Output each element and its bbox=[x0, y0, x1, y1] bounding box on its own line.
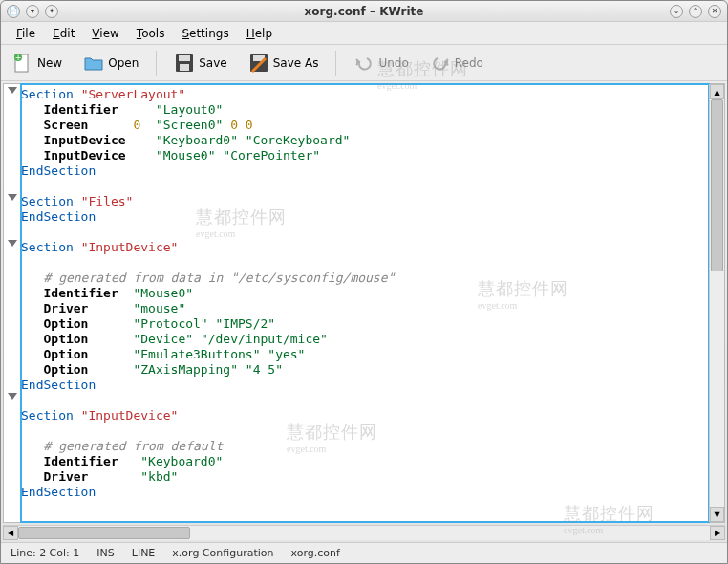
saveas-button[interactable]: Save As bbox=[245, 50, 323, 76]
scroll-thumb[interactable] bbox=[18, 527, 190, 539]
svg-rect-4 bbox=[179, 55, 190, 61]
scroll-left-button[interactable]: ◀ bbox=[3, 526, 18, 540]
vertical-scrollbar[interactable]: ▲ ▼ bbox=[709, 84, 724, 522]
close-button[interactable]: ✕ bbox=[708, 5, 721, 18]
fold-marker-icon[interactable] bbox=[8, 87, 17, 94]
status-file: xorg.conf bbox=[290, 547, 339, 559]
scroll-thumb[interactable] bbox=[711, 99, 723, 271]
separator bbox=[156, 51, 157, 76]
main-window: 📄 ▾ ✦ xorg.conf – KWrite ⌄ ⌃ ✕ File Edit… bbox=[0, 0, 728, 564]
fold-marker-icon[interactable] bbox=[8, 194, 17, 201]
menu-edit[interactable]: Edit bbox=[45, 24, 82, 43]
scroll-track[interactable] bbox=[18, 526, 710, 540]
status-syntax: x.org Configuration bbox=[172, 547, 273, 559]
new-button[interactable]: + New bbox=[9, 50, 66, 76]
window-title: xorg.conf – KWrite bbox=[58, 5, 670, 18]
new-label: New bbox=[37, 56, 62, 70]
redo-label: Redo bbox=[455, 56, 483, 70]
scroll-right-button[interactable]: ▶ bbox=[710, 526, 725, 540]
editor-area: Section "ServerLayout" Identifier "Layou… bbox=[3, 83, 725, 523]
undo-label: Undo bbox=[378, 56, 408, 70]
new-icon: + bbox=[12, 53, 33, 74]
menu-settings[interactable]: Settings bbox=[174, 24, 236, 43]
fold-marker-icon[interactable] bbox=[8, 240, 17, 247]
open-label: Open bbox=[108, 56, 139, 70]
open-icon bbox=[83, 53, 104, 74]
menubar: File Edit View Tools Settings Help bbox=[1, 22, 727, 45]
horizontal-scrollbar[interactable]: ◀ ▶ bbox=[3, 525, 725, 540]
maximize-button[interactable]: ⌃ bbox=[689, 5, 702, 18]
toolbar: + New Open Save Save As Undo Redo bbox=[1, 45, 727, 81]
status-mode: LINE bbox=[132, 547, 156, 559]
save-icon bbox=[174, 53, 195, 74]
app-icon[interactable]: 📄 bbox=[7, 5, 20, 18]
redo-button[interactable]: Redo bbox=[426, 50, 487, 76]
minimize-button[interactable]: ⌄ bbox=[670, 5, 683, 18]
redo-icon bbox=[430, 53, 451, 74]
scroll-up-button[interactable]: ▲ bbox=[710, 84, 724, 99]
undo-button[interactable]: Undo bbox=[350, 50, 412, 76]
svg-rect-5 bbox=[180, 64, 189, 71]
save-label: Save bbox=[199, 56, 226, 70]
pin-icon[interactable]: ✦ bbox=[45, 5, 58, 18]
fold-marker-icon[interactable] bbox=[8, 393, 17, 400]
statusbar: Line: 2 Col: 1 INS LINE x.org Configurat… bbox=[1, 542, 727, 563]
status-linecol: Line: 2 Col: 1 bbox=[11, 547, 79, 559]
menu-icon[interactable]: ▾ bbox=[26, 5, 39, 18]
open-button[interactable]: Open bbox=[79, 50, 142, 76]
scroll-down-button[interactable]: ▼ bbox=[710, 507, 724, 522]
saveas-icon bbox=[248, 53, 269, 74]
menu-file[interactable]: File bbox=[9, 24, 43, 43]
scroll-track[interactable] bbox=[710, 99, 724, 507]
fold-gutter[interactable] bbox=[4, 84, 21, 522]
saveas-label: Save As bbox=[273, 56, 319, 70]
svg-text:+: + bbox=[15, 54, 22, 62]
menu-view[interactable]: View bbox=[84, 24, 126, 43]
menu-tools[interactable]: Tools bbox=[129, 24, 173, 43]
separator bbox=[335, 51, 336, 76]
titlebar[interactable]: 📄 ▾ ✦ xorg.conf – KWrite ⌄ ⌃ ✕ bbox=[1, 1, 727, 22]
menu-help[interactable]: Help bbox=[239, 24, 280, 43]
undo-icon bbox=[353, 53, 375, 74]
status-ins: INS bbox=[96, 547, 114, 559]
text-editor[interactable]: Section "ServerLayout" Identifier "Layou… bbox=[21, 84, 709, 522]
save-button[interactable]: Save bbox=[170, 50, 230, 76]
